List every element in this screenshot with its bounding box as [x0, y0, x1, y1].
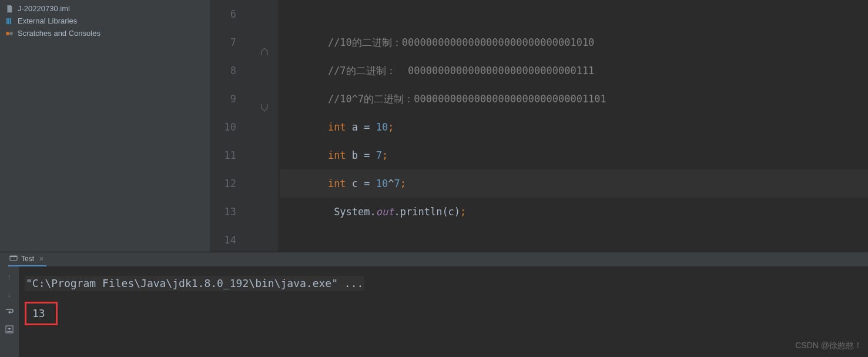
tree-item-label: External Libraries — [18, 16, 77, 25]
fold-column — [250, 0, 278, 252]
svg-rect-1 — [8, 18, 9, 24]
tree-item-external-libraries[interactable]: External Libraries — [0, 15, 210, 27]
svg-rect-0 — [6, 18, 8, 24]
code-editor[interactable]: 6 7 8 9 10 11 12 13 14 //10的二进制：00000000… — [210, 0, 868, 252]
console-output[interactable]: "C:\Program Files\Java\jdk1.8.0_192\bin\… — [19, 266, 868, 357]
library-icon — [5, 16, 14, 26]
svg-point-3 — [6, 32, 9, 35]
svg-rect-2 — [10, 18, 11, 24]
down-arrow-icon[interactable]: ↓ — [4, 289, 15, 299]
soft-wrap-icon[interactable] — [4, 306, 15, 317]
close-icon[interactable]: ✕ — [39, 255, 44, 263]
tree-item-label: Scratches and Consoles — [18, 29, 100, 38]
svg-rect-8 — [7, 331, 12, 332]
scratch-icon — [5, 29, 14, 38]
run-toolbar: ↑ ↓ — [0, 266, 19, 357]
console-result-highlighted: 13 — [25, 302, 58, 325]
line-gutter: 6 7 8 9 10 11 12 13 14 — [210, 0, 250, 252]
svg-point-4 — [9, 32, 13, 35]
run-tab-label: Test — [21, 255, 34, 263]
console-command: "C:\Program Files\Java\jdk1.8.0_192\bin\… — [25, 276, 364, 291]
file-icon — [5, 4, 14, 14]
scroll-to-end-icon[interactable] — [4, 324, 15, 335]
fold-start-icon[interactable] — [260, 38, 269, 46]
fold-end-icon[interactable] — [260, 94, 269, 102]
run-tab[interactable]: Test ✕ — [8, 252, 46, 266]
up-arrow-icon[interactable]: ↑ — [4, 271, 15, 282]
tree-item-iml[interactable]: J-20220730.iml — [0, 2, 210, 15]
run-tab-bar: Test ✕ — [0, 252, 868, 266]
svg-rect-6 — [10, 256, 17, 257]
code-area[interactable]: //10的二进制：0000000000000000000000000000101… — [278, 0, 868, 252]
tree-item-label: J-20220730.iml — [18, 4, 70, 13]
run-config-icon — [9, 254, 18, 264]
watermark: CSDN @徐憨憨！ — [795, 341, 862, 351]
project-tree: J-20220730.iml External Libraries Scratc… — [0, 0, 210, 252]
tree-item-scratches[interactable]: Scratches and Consoles — [0, 27, 210, 39]
run-panel: Test ✕ ↑ ↓ "C:\Program Files\Java\jdk1.8… — [0, 252, 868, 357]
